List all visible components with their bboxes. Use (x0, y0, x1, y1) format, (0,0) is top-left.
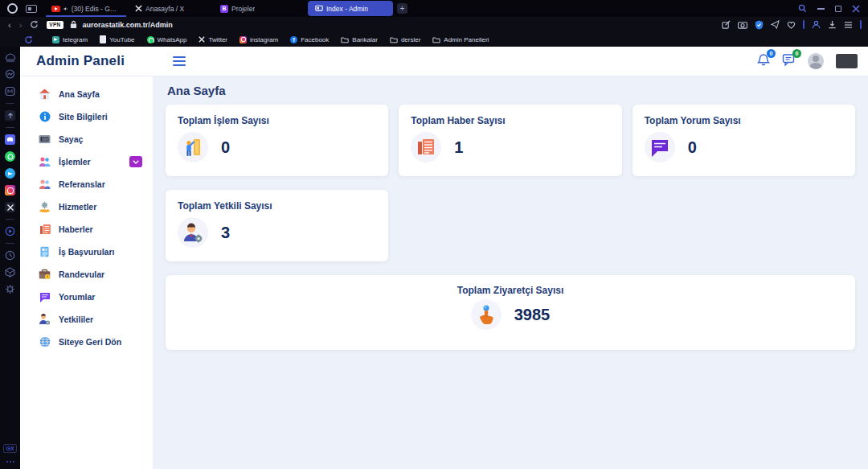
divider (6, 127, 14, 128)
card-toplam-haber: Toplam Haber Sayısı 1 (399, 105, 621, 176)
whatsapp-icon[interactable] (5, 151, 15, 162)
x-icon[interactable] (5, 202, 15, 212)
avatar[interactable] (808, 53, 824, 69)
sidebar-item-islemler[interactable]: İşlemler (20, 150, 153, 173)
pinboard-icon[interactable] (5, 110, 15, 121)
stat-cards: Toplam İşlem Sayısı 0 Toplam Haber Sayıs… (166, 105, 855, 261)
sidebar-item-sayac[interactable]: Sayaç (20, 128, 153, 150)
sidebar-item-haberler[interactable]: Haberler (20, 218, 153, 241)
card-value: 3985 (514, 306, 551, 324)
notification-badge: 0 (767, 49, 776, 58)
camera-icon[interactable] (738, 21, 747, 29)
edit-icon[interactable] (722, 20, 731, 29)
telegram-icon[interactable] (5, 168, 15, 179)
user-name-box[interactable] (836, 54, 858, 68)
minimize-icon[interactable] (817, 8, 825, 10)
sidebar-item-ana-sayfa[interactable]: Ana Sayfa (20, 83, 153, 105)
search-icon[interactable] (798, 4, 807, 13)
bookmark-facebook[interactable]: f Facebook (290, 36, 329, 43)
settings-gear-icon[interactable] (5, 284, 15, 294)
comments-icon (39, 292, 51, 302)
send-icon[interactable] (771, 20, 780, 29)
browser-tab-projeler[interactable]: B Projeler (213, 0, 308, 17)
new-tab-button[interactable]: + (397, 3, 407, 14)
folder-icon (390, 36, 398, 43)
play-panel-icon[interactable] (5, 226, 15, 237)
messenger-icon[interactable] (5, 69, 15, 80)
extensions-cube-icon[interactable] (5, 267, 15, 278)
close-icon[interactable] (852, 5, 860, 13)
sidebar-item-hizmetler[interactable]: Hizmetler (20, 195, 153, 218)
globe-icon (39, 336, 51, 348)
bookmark-youtube[interactable]: YouTube (100, 35, 134, 43)
instagram-icon[interactable] (5, 185, 15, 195)
submenu-toggle[interactable] (129, 156, 142, 167)
extensions-menu-icon[interactable] (844, 21, 853, 29)
operations-icon (39, 156, 51, 167)
bookmark-folder-admin-panelleri[interactable]: Admin Panelleri (432, 36, 489, 43)
forward-icon[interactable]: › (19, 20, 23, 30)
messages-button[interactable]: 0 (782, 53, 796, 69)
url-text[interactable]: aurorastatik.com.tr/Admin (83, 21, 173, 29)
vpn-badge[interactable]: VPN (47, 21, 63, 29)
browser-tab-index-admin[interactable]: Index - Admin (308, 1, 393, 16)
back-icon[interactable]: ‹ (8, 20, 11, 30)
sidebar-item-label: İşlemler (59, 157, 91, 167)
bookmark-label: dersler (401, 36, 420, 43)
sidebar-item-label: Yorumlar (59, 292, 95, 302)
profile-icon[interactable] (812, 20, 821, 29)
vk-messenger-icon[interactable] (5, 86, 15, 97)
tab-preview-icon[interactable] (26, 5, 37, 13)
sidebar-item-yetkililer[interactable]: Yetkililer (20, 308, 153, 331)
sync-icon[interactable] (24, 35, 33, 44)
opera-logo-icon[interactable] (7, 3, 18, 14)
sidebar-item-label: Sayaç (59, 134, 83, 144)
card-title: Toplam Haber Sayısı (411, 115, 609, 126)
bookmark-label: YouTube (109, 36, 134, 43)
download-icon[interactable] (828, 20, 837, 29)
sidebar-toggle-button[interactable] (173, 56, 186, 66)
bookmark-instagram[interactable]: instagram (240, 36, 278, 43)
header-actions: 0 0 (757, 53, 858, 70)
content-heading: Ana Sayfa (167, 84, 855, 97)
admins-icon (39, 314, 51, 325)
shield-check-icon[interactable] (755, 20, 764, 30)
x-icon (199, 36, 205, 43)
sidebar-item-label: Randevular (59, 269, 104, 279)
bookmark-label: Facebook (301, 36, 329, 43)
maximize-icon[interactable] (835, 6, 841, 12)
bookmark-telegram[interactable]: telegram (52, 36, 88, 43)
tab-label: Index - Admin (326, 5, 368, 13)
news-icon (39, 224, 51, 235)
bookmark-folder-dersler[interactable]: dersler (390, 36, 420, 43)
speaker-icon (63, 6, 68, 12)
bookmark-whatsapp[interactable]: WhatsApp (147, 36, 187, 43)
more-dots-icon[interactable] (6, 461, 14, 463)
discord-icon[interactable] (5, 134, 15, 145)
sidebar-item-label: Ana Sayfa (59, 89, 100, 99)
heart-icon[interactable] (787, 21, 796, 29)
card-value: 1 (454, 138, 463, 157)
history-icon[interactable] (5, 250, 15, 261)
notifications-button[interactable]: 0 (757, 53, 770, 70)
browser-tab-bar: (30) Edis - Galatasaray Anasayfa / X B P… (0, 0, 868, 17)
bookmark-folder-bankalar[interactable]: Bankalar (341, 36, 378, 43)
services-icon (39, 201, 51, 212)
aria-icon[interactable] (5, 52, 16, 63)
browser-tab-x[interactable]: Anasayfa / X (128, 0, 213, 17)
sidebar-item-site-bilgileri[interactable]: Site Bilgileri (20, 105, 153, 128)
hand-button-icon (476, 304, 497, 326)
bookmark-twitter[interactable]: Twitter (199, 36, 227, 43)
gx-logo[interactable]: GX (3, 444, 16, 453)
sidebar-item-siteye-geri-don[interactable]: Siteye Geri Dön (20, 331, 153, 353)
sidebar-item-yorumlar[interactable]: Yorumlar (20, 286, 153, 308)
address-bar-actions (722, 20, 862, 30)
tab-label: (30) Edis - Galatasaray (72, 5, 121, 13)
sidebar-item-randevular[interactable]: Randevular (20, 263, 153, 286)
sidebar-item-is-basvurulari[interactable]: İş Başvuruları (20, 241, 153, 263)
browser-tab-youtube[interactable]: (30) Edis - Galatasaray (44, 0, 128, 17)
reload-icon[interactable] (30, 20, 39, 29)
sidebar-item-referanslar[interactable]: Referanslar (20, 173, 153, 195)
admin-person-icon (182, 223, 203, 243)
bookmark-label: telegram (63, 36, 88, 43)
